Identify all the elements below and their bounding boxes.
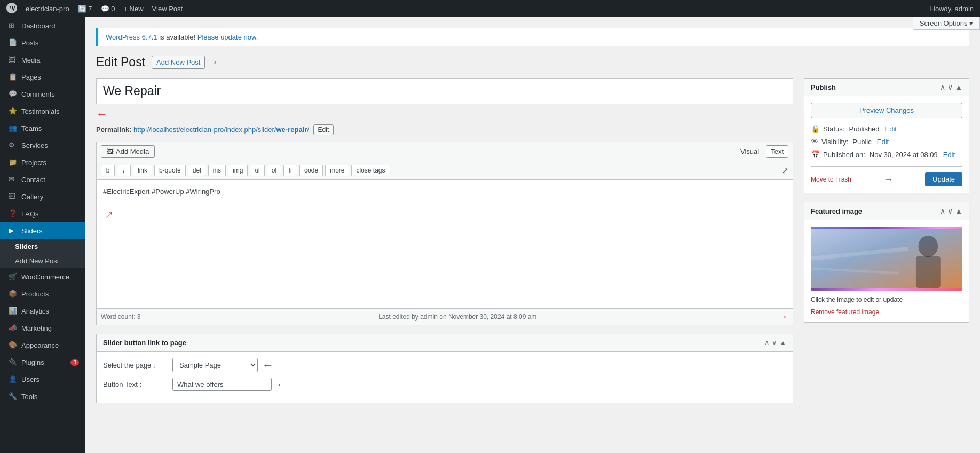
sidebar-item-pages[interactable]: 📋 Pages <box>0 68 85 85</box>
editor-bottom-bar: Word count: 3 Last edited by admin on No… <box>97 308 793 325</box>
toolbar-img[interactable]: img <box>228 165 248 176</box>
sidebar-item-comments[interactable]: 💬 Comments <box>0 85 85 103</box>
adminbar-comments[interactable]: 💬 0 <box>101 5 115 13</box>
toolbar-i[interactable]: i <box>117 165 131 176</box>
visual-tab-button[interactable]: Visual <box>736 145 764 158</box>
metabox-collapse-up[interactable]: ∧ <box>764 339 770 347</box>
featured-close[interactable]: ▲ <box>955 207 962 215</box>
sidebar-item-users[interactable]: 👤 Users <box>0 371 85 388</box>
sidebar-item-gallery[interactable]: 🖼 Gallery <box>0 188 85 205</box>
featured-image-header: Featured image ∧ ∨ ▲ <box>804 202 969 220</box>
publish-close[interactable]: ▲ <box>955 83 962 91</box>
arrow-select: ← <box>262 360 274 371</box>
toolbar-b[interactable]: b <box>101 165 115 176</box>
sidebar-item-tools[interactable]: 🔧 Tools <box>0 388 85 405</box>
toolbar-ul[interactable]: ul <box>250 165 264 176</box>
sidebar-item-label: Comments <box>21 90 55 98</box>
sidebar-item-testimonials[interactable]: ⭐ Testimonials <box>0 103 85 120</box>
preview-changes-button[interactable]: Preview Changes <box>811 103 962 118</box>
text-tab-button[interactable]: Text <box>766 145 788 158</box>
toolbar-code[interactable]: code <box>299 165 323 176</box>
dashboard-icon: ⊞ <box>9 21 17 30</box>
editor-area[interactable]: #ElectricExpert #PowerUp #WiringPro ← <box>97 180 793 308</box>
publish-collapse-up[interactable]: ∧ <box>940 83 945 91</box>
featured-collapse-up[interactable]: ∧ <box>940 207 945 215</box>
toolbar-del[interactable]: del <box>188 165 206 176</box>
sidebar-item-media[interactable]: 🖼 Media <box>0 51 85 68</box>
sidebar-item-analytics[interactable]: 📊 Analytics <box>0 302 85 319</box>
sidebar-item-faqs[interactable]: ❓ FAQs <box>0 205 85 222</box>
permalink-edit-button[interactable]: Edit <box>313 124 334 135</box>
metabox-close[interactable]: ▲ <box>779 339 786 347</box>
date-icon: 📅 <box>811 150 820 159</box>
featured-image-caption: Click the image to edit or update <box>811 296 962 303</box>
publish-actions: Move to Trash → Update <box>811 166 962 186</box>
submenu-sliders-all[interactable]: Sliders <box>0 239 85 254</box>
add-media-button[interactable]: 🖼 Add Media <box>101 145 155 158</box>
published-edit-link[interactable]: Edit <box>943 151 955 159</box>
publish-date-row: 📅 Published on: Nov 30, 2024 at 08:09 Ed… <box>811 148 962 161</box>
slider-metabox-header[interactable]: Slider button link to page ∧ ∨ ▲ <box>97 334 793 352</box>
sidebar-item-sliders[interactable]: ▶ Sliders <box>0 222 85 239</box>
visibility-edit-link[interactable]: Edit <box>877 138 889 146</box>
sidebar-item-products[interactable]: 📦 Products <box>0 285 85 302</box>
submenu-sliders-add[interactable]: Add New Post <box>0 254 85 268</box>
svg-point-1 <box>919 236 938 257</box>
publish-collapse-down[interactable]: ∨ <box>947 83 953 91</box>
featured-image-thumbnail[interactable] <box>811 226 962 291</box>
sidebar-item-woocommerce[interactable]: 🛒 WooCommerce <box>0 268 85 285</box>
wp-version-link[interactable]: WordPress 6.7.1 <box>106 33 157 41</box>
metabox-collapse-down[interactable]: ∨ <box>772 339 777 347</box>
update-link[interactable]: Please update now. <box>197 33 258 41</box>
expand-icon[interactable]: ⤢ <box>781 166 788 176</box>
sidebar-item-services[interactable]: ⚙ Services <box>0 137 85 154</box>
adminbar-view-post[interactable]: View Post <box>152 5 183 13</box>
publish-controls: ∧ ∨ ▲ <box>940 83 962 91</box>
sidebar-item-plugins[interactable]: 🔌 Plugins 3 <box>0 354 85 371</box>
toolbar-more[interactable]: more <box>325 165 349 176</box>
sidebar-item-dashboard[interactable]: ⊞ Dashboard <box>0 17 85 34</box>
publish-metabox-header: Publish ∧ ∨ ▲ <box>804 79 969 96</box>
services-icon: ⚙ <box>9 141 17 150</box>
sidebar-item-marketing[interactable]: 📣 Marketing <box>0 319 85 337</box>
add-new-post-button[interactable]: Add New Post <box>152 56 205 69</box>
sidebar-item-projects[interactable]: 📁 Projects <box>0 154 85 171</box>
toolbar-link[interactable]: link <box>133 165 152 176</box>
sidebar-item-teams[interactable]: 👥 Teams <box>0 120 85 137</box>
adminbar-site-name[interactable]: electrician-pro <box>26 5 69 13</box>
plugins-badge: 3 <box>70 359 79 366</box>
admin-bar: electrician-pro 🔄 7 💬 0 + New View Post … <box>0 0 980 17</box>
wp-logo-icon[interactable] <box>6 3 17 15</box>
button-text-input[interactable] <box>172 378 272 391</box>
svg-rect-2 <box>916 256 941 288</box>
remove-featured-image-link[interactable]: Remove featured image <box>811 308 879 316</box>
toolbar-bquote[interactable]: b-quote <box>154 165 186 176</box>
status-edit-link[interactable]: Edit <box>885 125 897 133</box>
select-page-dropdown[interactable]: Sample Page Home About Contact <box>172 358 258 372</box>
sidebar-item-appearance[interactable]: 🎨 Appearance <box>0 337 85 354</box>
sidebar-item-contact[interactable]: ✉ Contact <box>0 171 85 188</box>
toolbar-close-tags[interactable]: close tags <box>351 165 390 176</box>
slider-button-metabox: Slider button link to page ∧ ∨ ▲ Select … <box>96 334 793 403</box>
toolbar-li[interactable]: li <box>283 165 297 176</box>
teams-icon: 👥 <box>9 124 17 132</box>
arrow-editor: ← <box>100 206 118 224</box>
update-button[interactable]: Update <box>925 172 962 186</box>
permalink-label: Permalink: <box>96 126 131 134</box>
toolbar-ins[interactable]: ins <box>208 165 226 176</box>
post-title-input[interactable] <box>97 79 793 104</box>
sidebar-item-posts[interactable]: 📄 Posts <box>0 34 85 51</box>
toolbar-ol[interactable]: ol <box>267 165 281 176</box>
move-to-trash-link[interactable]: Move to Trash <box>811 176 851 183</box>
screen-options-button[interactable]: Screen Options ▾ <box>913 17 980 30</box>
featured-collapse-down[interactable]: ∨ <box>947 207 953 215</box>
adminbar-updates[interactable]: 🔄 7 <box>78 5 92 13</box>
adminbar-new[interactable]: + New <box>123 5 143 13</box>
sliders-icon: ▶ <box>9 226 17 235</box>
title-wrap <box>96 78 793 104</box>
permalink-url[interactable]: http://localhost/electrician-pro/index.p… <box>133 126 309 134</box>
sidebar-item-label: Appearance <box>21 341 59 349</box>
featured-image-controls: ∧ ∨ ▲ <box>940 207 962 215</box>
arrow-button-text: ← <box>276 379 288 390</box>
analytics-icon: 📊 <box>9 307 17 315</box>
